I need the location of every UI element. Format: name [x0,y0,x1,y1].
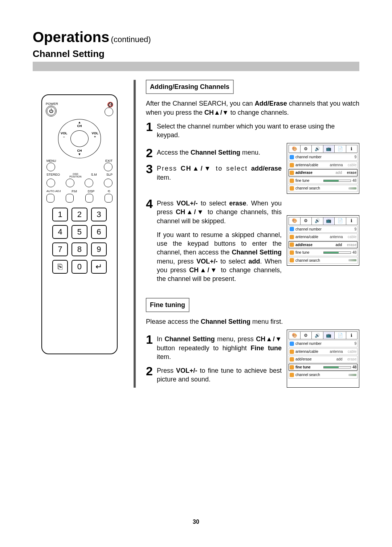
power-icon: ⏻ [47,107,56,115]
content-column: Adding/Erasing Channels After the Channe… [139,80,359,388]
mute-icon: 🔇 [105,102,113,107]
keypad: 1 2 3 4 5 6 7 8 9 ⎘ 0 ↵ [52,208,107,274]
remote-column: POWER ⏻ 🔇 ▲CH CH▼ VOL – VOL + [33,80,131,388]
osd-menu-1: 🎨 ⚙ 🔊 📺 📄 ℹ channel number9 antenna/cabl… [287,143,359,194]
resume-paragraph: If you want to resume a skipped channel,… [146,229,282,283]
column-separator [134,80,136,388]
osd-menu-2: 🎨 ⚙ 🔊 📺 📄 ℹ channel number9 antenna/cabl… [287,215,359,266]
ft-step-2: 2 Press VOL+/- to fine tune to achieve b… [146,365,282,384]
page-number: 30 [0,519,392,525]
step-2: 2 Access the Channel Setting menu. [146,147,282,159]
menu-button [46,163,55,171]
mute-button [105,107,113,116]
power-label: POWER [46,102,58,106]
fine-tuning-heading: Fine tuning [146,298,189,312]
step-4: 4 Press VOL+/- to select erase. When you… [146,197,282,225]
fine-tune-intro: Please access the Channel Setting menu f… [146,317,359,326]
page-title: Operations (continued) [33,29,359,45]
intro-paragraph: After the Channel SEARCH, you can Add/Er… [146,99,359,117]
nav-oval: ▲CH CH▼ VOL – VOL + [58,119,101,158]
ft-step-1: 1 In Channel Setting menu, press CH▲/▼ b… [146,333,282,361]
divider-bar [33,62,359,71]
title-sub: (continued) [111,35,151,44]
title-main: Operations [33,29,109,45]
exit-button [104,163,113,171]
section-title: Channel Setting [33,48,359,60]
osd-menu-3: 🎨 ⚙ 🔊 📺 📄 ℹ channel number9 antenna/cabl… [287,330,359,387]
step-1: 1 Select the channel number which you wa… [146,121,359,140]
remote-control: POWER ⏻ 🔇 ▲CH CH▼ VOL – VOL + [41,94,118,354]
step-3: 3 Press CH▲/▼ to select add/erase item. [146,163,282,182]
adding-erasing-heading: Adding/Erasing Channels [146,80,234,94]
